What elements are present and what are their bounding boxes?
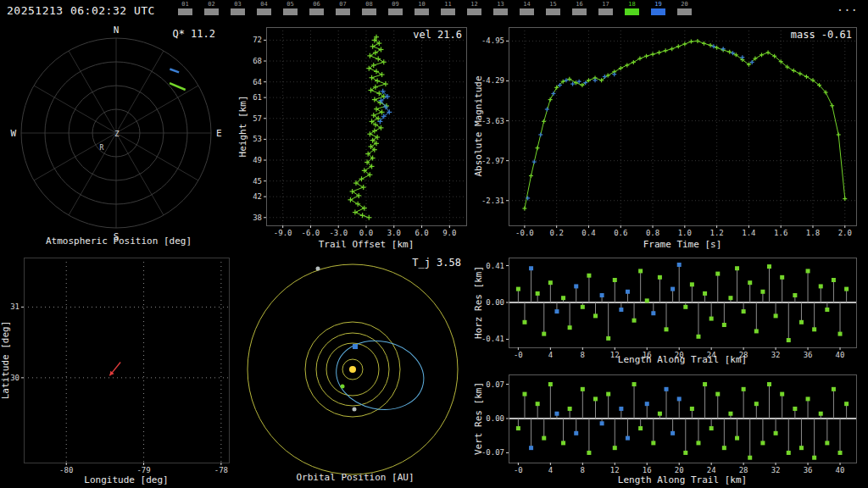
frame-box[interactable] <box>598 8 613 15</box>
frame-box[interactable] <box>257 8 271 15</box>
frame-box[interactable] <box>388 8 403 15</box>
frame-06[interactable]: 06 <box>309 1 324 15</box>
frame-13[interactable]: 13 <box>493 1 508 15</box>
frame-02[interactable]: 02 <box>204 1 219 15</box>
frame-box[interactable] <box>677 8 692 15</box>
frame-box[interactable] <box>336 8 350 15</box>
ground-track-chart: -80-79-783130Longitude [deg]Latitude [de… <box>0 252 237 488</box>
svg-text:-78: -78 <box>214 466 228 474</box>
svg-text:4: 4 <box>548 351 553 359</box>
svg-text:Height [km]: Height [km] <box>237 96 248 158</box>
frame-number: 13 <box>493 1 508 8</box>
frame-box[interactable] <box>309 8 324 15</box>
svg-text:0.8: 0.8 <box>646 229 659 237</box>
axes: -80-79-783130 <box>10 302 228 474</box>
frame-number: 11 <box>441 1 455 8</box>
axes: -0.00.20.40.60.81.01.21.41.61.82.0-4.95-… <box>481 36 852 237</box>
series <box>516 382 849 460</box>
svg-text:Horz Res [km]: Horz Res [km] <box>473 266 484 339</box>
frame-01[interactable]: 01 <box>178 1 192 15</box>
frame-number: 01 <box>178 1 192 8</box>
svg-text:-0.41: -0.41 <box>481 335 504 343</box>
svg-text:68: 68 <box>253 57 262 65</box>
svg-text:N: N <box>114 25 120 36</box>
frame-20[interactable]: 20 <box>677 1 692 15</box>
frame-box[interactable] <box>415 8 429 15</box>
svg-text:-3.0: -3.0 <box>329 229 348 237</box>
grid <box>509 27 856 225</box>
frame-box[interactable] <box>362 8 376 15</box>
frame-07[interactable]: 07 <box>336 1 350 15</box>
frame-box[interactable] <box>204 8 219 15</box>
frame-box[interactable] <box>572 8 587 15</box>
svg-text:0.4: 0.4 <box>581 229 595 237</box>
axes: -04812162024283236400.070.00-0.07 <box>481 380 845 474</box>
svg-text:0.07: 0.07 <box>486 380 504 389</box>
frame-box[interactable] <box>231 8 245 15</box>
frame-box[interactable] <box>467 8 481 15</box>
svg-text:24: 24 <box>707 466 716 474</box>
svg-text:1.6: 1.6 <box>774 229 787 237</box>
meteoroid-marker <box>341 385 345 389</box>
svg-text:Q* 11.2: Q* 11.2 <box>172 28 215 40</box>
svg-text:Length Along Trail [km]: Length Along Trail [km] <box>618 354 747 365</box>
svg-text:-4.95: -4.95 <box>481 36 504 45</box>
frame-number: 17 <box>598 1 613 8</box>
app-window: 20251213 06:02:32 UTC 010203040506070809… <box>0 0 868 488</box>
frame-08[interactable]: 08 <box>362 1 376 15</box>
svg-text:1.2: 1.2 <box>709 229 723 237</box>
light-curve-chart: -0.00.20.40.60.81.01.21.41.61.82.0-4.95-… <box>473 22 868 252</box>
frame-selector: 0102030405060708091011121314151617181920 <box>178 1 704 15</box>
svg-text:38: 38 <box>253 214 262 222</box>
svg-text:8: 8 <box>581 351 585 359</box>
frame-14[interactable]: 14 <box>520 1 534 15</box>
frame-box[interactable] <box>283 8 298 15</box>
svg-text:-0: -0 <box>514 351 523 359</box>
frame-box[interactable] <box>520 8 534 15</box>
frame-17[interactable]: 17 <box>598 1 613 15</box>
frame-number: 19 <box>651 1 665 8</box>
svg-text:0.2: 0.2 <box>550 229 564 237</box>
svg-text:49: 49 <box>253 156 262 164</box>
svg-text:3.0: 3.0 <box>387 229 401 237</box>
frame-05[interactable]: 05 <box>283 1 298 15</box>
frame-03[interactable]: 03 <box>231 1 245 15</box>
svg-text:0.41: 0.41 <box>486 262 504 270</box>
frame-19[interactable]: 19 <box>651 1 665 15</box>
frame-box[interactable] <box>546 8 560 15</box>
svg-text:31: 31 <box>10 302 19 311</box>
frame-11[interactable]: 11 <box>441 1 455 15</box>
overflow-menu[interactable]: ... <box>837 0 858 14</box>
svg-text:16: 16 <box>643 466 652 474</box>
frame-box[interactable] <box>178 8 192 15</box>
svg-text:-4.29: -4.29 <box>481 76 504 85</box>
svg-text:8: 8 <box>581 466 585 474</box>
frame-18[interactable]: 18 <box>625 1 639 15</box>
frame-number: 09 <box>388 1 403 8</box>
frame-box[interactable] <box>441 8 455 15</box>
frame-04[interactable]: 04 <box>257 1 271 15</box>
frame-number: 04 <box>257 1 271 8</box>
frame-10[interactable]: 10 <box>415 1 429 15</box>
frame-09[interactable]: 09 <box>388 1 403 15</box>
topbar: 20251213 06:02:32 UTC 010203040506070809… <box>0 0 868 22</box>
svg-text:Trail Offset [km]: Trail Offset [km] <box>319 239 415 250</box>
frame-16[interactable]: 16 <box>572 1 587 15</box>
svg-text:6.0: 6.0 <box>415 229 428 237</box>
svg-text:Absolute Magnitude: Absolute Magnitude <box>473 75 484 176</box>
svg-text:T_j 3.58: T_j 3.58 <box>412 257 461 269</box>
frame-15[interactable]: 15 <box>546 1 560 15</box>
frame-box[interactable] <box>625 8 639 15</box>
inner-planet-marker <box>353 408 357 412</box>
frame-box[interactable] <box>651 8 665 15</box>
svg-text:0.0: 0.0 <box>359 229 373 237</box>
svg-text:-6.0: -6.0 <box>302 229 320 237</box>
frame-number: 18 <box>625 1 639 8</box>
frame-box[interactable] <box>493 8 508 15</box>
svg-text:30: 30 <box>10 374 19 382</box>
svg-text:12: 12 <box>610 466 620 474</box>
svg-text:-80: -80 <box>59 466 73 474</box>
outer-planet-marker <box>316 267 320 271</box>
frame-12[interactable]: 12 <box>467 1 481 15</box>
svg-text:4: 4 <box>548 466 553 474</box>
